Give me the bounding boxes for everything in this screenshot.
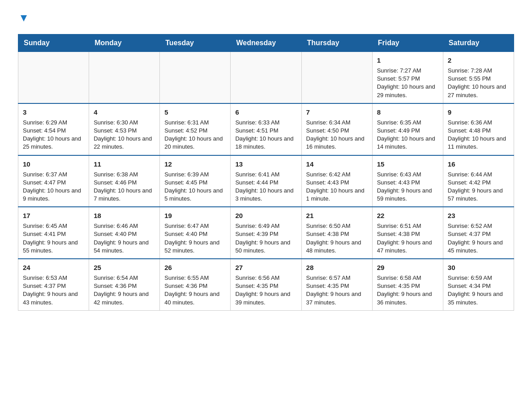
sunrise-text: Sunrise: 6:41 AM (235, 171, 279, 178)
calendar-table: SundayMondayTuesdayWednesdayThursdayFrid… (18, 34, 514, 311)
daylight-text: Daylight: 10 hours and 20 minutes. (164, 135, 223, 150)
calendar-cell: 2Sunrise: 7:28 AMSunset: 5:55 PMDaylight… (443, 52, 514, 103)
sunrise-text: Sunrise: 7:27 AM (377, 67, 421, 74)
sunrise-text: Sunrise: 6:54 AM (94, 274, 138, 281)
daylight-text: Daylight: 10 hours and 5 minutes. (164, 187, 223, 202)
sunset-text: Sunset: 4:38 PM (377, 231, 420, 237)
sunset-text: Sunset: 4:40 PM (94, 231, 137, 237)
day-number: 17 (23, 211, 84, 220)
daylight-text: Daylight: 9 hours and 45 minutes. (448, 239, 503, 254)
day-number: 25 (94, 263, 155, 272)
sunrise-text: Sunrise: 6:45 AM (23, 223, 67, 229)
calendar-cell: 24Sunrise: 6:53 AMSunset: 4:37 PMDayligh… (18, 259, 89, 310)
weekday-header-saturday: Saturday (443, 34, 514, 52)
sunset-text: Sunset: 4:51 PM (235, 127, 278, 134)
daylight-text: Daylight: 10 hours and 29 minutes. (377, 83, 435, 98)
calendar-cell: 20Sunrise: 6:49 AMSunset: 4:39 PMDayligh… (231, 207, 301, 259)
calendar-cell: 23Sunrise: 6:52 AMSunset: 4:37 PMDayligh… (443, 207, 514, 259)
sunrise-text: Sunrise: 6:46 AM (94, 223, 138, 229)
day-number: 9 (448, 107, 509, 117)
day-number: 26 (164, 263, 226, 272)
sunrise-text: Sunrise: 6:31 AM (164, 119, 209, 126)
calendar-cell: 25Sunrise: 6:54 AMSunset: 4:36 PMDayligh… (89, 259, 160, 310)
calendar-cell: 19Sunrise: 6:47 AMSunset: 4:40 PMDayligh… (160, 207, 231, 259)
weekday-header-sunday: Sunday (18, 34, 89, 52)
day-number: 13 (235, 159, 296, 169)
day-number: 16 (448, 159, 509, 169)
day-number: 15 (377, 159, 438, 169)
day-number: 11 (94, 159, 155, 169)
daylight-text: Daylight: 10 hours and 16 minutes. (306, 135, 365, 150)
daylight-text: Daylight: 9 hours and 36 minutes. (377, 291, 432, 305)
day-number: 28 (306, 263, 368, 272)
day-number: 8 (377, 107, 438, 117)
day-number: 20 (235, 211, 296, 220)
calendar-cell: 10Sunrise: 6:37 AMSunset: 4:47 PMDayligh… (18, 155, 89, 207)
daylight-text: Daylight: 10 hours and 22 minutes. (94, 135, 152, 150)
daylight-text: Daylight: 9 hours and 40 minutes. (164, 291, 219, 305)
sunset-text: Sunset: 4:44 PM (235, 179, 278, 186)
daylight-text: Daylight: 9 hours and 43 minutes. (23, 291, 78, 305)
sunset-text: Sunset: 4:34 PM (448, 283, 491, 289)
calendar-cell: 18Sunrise: 6:46 AMSunset: 4:40 PMDayligh… (89, 207, 160, 259)
calendar-cell: 7Sunrise: 6:34 AMSunset: 4:50 PMDaylight… (301, 103, 372, 155)
page-header (18, 13, 514, 25)
calendar-week-row: 10Sunrise: 6:37 AMSunset: 4:47 PMDayligh… (18, 155, 514, 207)
daylight-text: Daylight: 9 hours and 57 minutes. (448, 187, 503, 202)
daylight-text: Daylight: 9 hours and 42 minutes. (94, 291, 149, 305)
day-number: 18 (94, 211, 155, 220)
calendar-week-row: 17Sunrise: 6:45 AMSunset: 4:41 PMDayligh… (18, 207, 514, 259)
day-number: 22 (377, 211, 438, 220)
daylight-text: Daylight: 9 hours and 55 minutes. (23, 239, 78, 254)
daylight-text: Daylight: 10 hours and 18 minutes. (235, 135, 293, 150)
day-number: 19 (164, 211, 226, 220)
sunset-text: Sunset: 4:35 PM (306, 283, 349, 289)
calendar-week-row: 3Sunrise: 6:29 AMSunset: 4:54 PMDaylight… (18, 103, 514, 155)
sunrise-text: Sunrise: 6:30 AM (94, 119, 138, 126)
calendar-cell (231, 52, 301, 103)
day-number: 12 (164, 159, 226, 169)
sunrise-text: Sunrise: 6:34 AM (306, 119, 351, 126)
sunrise-text: Sunrise: 6:39 AM (164, 171, 209, 178)
weekday-header-wednesday: Wednesday (231, 34, 301, 52)
weekday-header-monday: Monday (89, 34, 160, 52)
weekday-header-thursday: Thursday (301, 34, 372, 52)
calendar-cell: 4Sunrise: 6:30 AMSunset: 4:53 PMDaylight… (89, 103, 160, 155)
sunset-text: Sunset: 4:41 PM (23, 231, 66, 237)
calendar-cell: 17Sunrise: 6:45 AMSunset: 4:41 PMDayligh… (18, 207, 89, 259)
sunrise-text: Sunrise: 6:43 AM (377, 171, 421, 178)
daylight-text: Daylight: 10 hours and 7 minutes. (94, 187, 152, 202)
sunset-text: Sunset: 5:55 PM (448, 75, 491, 82)
sunrise-text: Sunrise: 6:59 AM (448, 274, 492, 281)
sunrise-text: Sunrise: 6:57 AM (306, 274, 351, 281)
daylight-text: Daylight: 9 hours and 39 minutes. (235, 291, 290, 305)
sunrise-text: Sunrise: 6:58 AM (377, 274, 421, 281)
calendar-cell: 29Sunrise: 6:58 AMSunset: 4:35 PMDayligh… (372, 259, 443, 310)
calendar-cell: 15Sunrise: 6:43 AMSunset: 4:43 PMDayligh… (372, 155, 443, 207)
sunset-text: Sunset: 4:46 PM (94, 179, 137, 186)
calendar-cell: 9Sunrise: 6:36 AMSunset: 4:48 PMDaylight… (443, 103, 514, 155)
weekday-header-row: SundayMondayTuesdayWednesdayThursdayFrid… (18, 34, 514, 52)
weekday-header-tuesday: Tuesday (160, 34, 231, 52)
day-number: 3 (23, 107, 84, 117)
sunset-text: Sunset: 4:45 PM (164, 179, 207, 186)
calendar-cell (301, 52, 372, 103)
sunset-text: Sunset: 4:39 PM (235, 231, 278, 237)
svg-marker-0 (21, 15, 27, 21)
day-number: 4 (94, 107, 155, 117)
calendar-cell: 13Sunrise: 6:41 AMSunset: 4:44 PMDayligh… (231, 155, 301, 207)
calendar-cell: 27Sunrise: 6:56 AMSunset: 4:35 PMDayligh… (231, 259, 301, 310)
day-number: 1 (377, 56, 438, 65)
day-number: 6 (235, 107, 296, 117)
logo (18, 13, 29, 25)
calendar-cell: 26Sunrise: 6:55 AMSunset: 4:36 PMDayligh… (160, 259, 231, 310)
sunset-text: Sunset: 4:42 PM (448, 179, 491, 186)
sunset-text: Sunset: 4:49 PM (377, 127, 420, 134)
sunset-text: Sunset: 4:35 PM (235, 283, 278, 289)
daylight-text: Daylight: 9 hours and 59 minutes. (377, 187, 432, 202)
day-number: 23 (448, 211, 509, 220)
day-number: 2 (448, 56, 509, 65)
calendar-week-row: 1Sunrise: 7:27 AMSunset: 5:57 PMDaylight… (18, 52, 514, 103)
calendar-cell: 11Sunrise: 6:38 AMSunset: 4:46 PMDayligh… (89, 155, 160, 207)
sunset-text: Sunset: 4:43 PM (377, 179, 420, 186)
